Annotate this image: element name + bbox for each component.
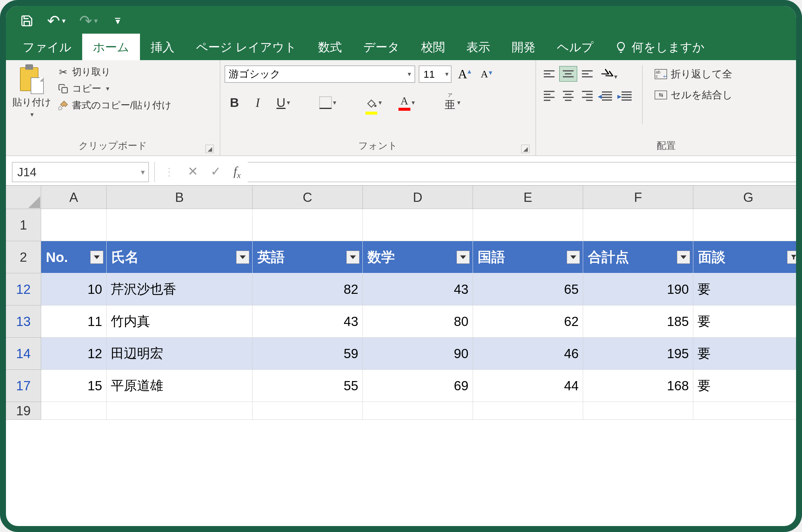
table-header-no[interactable]: No. xyxy=(41,241,107,273)
table-cell[interactable]: 要 xyxy=(693,305,802,338)
table-cell[interactable]: 46 xyxy=(473,338,583,370)
spreadsheet-grid[interactable]: A B C D E F G 1 2 No. 氏名 英語 数学 xyxy=(6,186,796,420)
font-name-combo[interactable]: 游ゴシック ▾ xyxy=(225,65,415,83)
cell-c1[interactable] xyxy=(253,209,363,241)
table-header-interview[interactable]: 面談 xyxy=(693,241,802,273)
table-cell[interactable]: 69 xyxy=(363,370,473,402)
cell[interactable] xyxy=(693,402,802,420)
table-cell[interactable]: 平原道雄 xyxy=(107,370,253,402)
decrease-font-size-button[interactable]: A▾ xyxy=(478,69,495,80)
table-cell[interactable]: 59 xyxy=(253,338,363,370)
align-center-button[interactable] xyxy=(559,88,577,103)
column-header-c[interactable]: C xyxy=(253,186,363,209)
align-middle-button[interactable] xyxy=(559,66,577,81)
enter-formula-icon[interactable]: ✓ xyxy=(210,164,221,180)
filter-button-no[interactable] xyxy=(90,251,103,264)
font-dialog-launcher-icon[interactable]: ◢ xyxy=(521,145,529,153)
underline-button[interactable]: U▾ xyxy=(271,93,295,112)
cell[interactable] xyxy=(583,402,693,420)
table-cell[interactable]: 65 xyxy=(473,273,583,305)
table-cell[interactable]: 82 xyxy=(253,273,363,305)
tab-home[interactable]: ホーム xyxy=(82,34,140,60)
row-header[interactable]: 12 xyxy=(6,273,41,305)
row-header-2[interactable]: 2 xyxy=(6,241,41,273)
table-cell[interactable]: 11 xyxy=(41,305,107,338)
table-cell[interactable]: 10 xyxy=(41,273,107,305)
cell[interactable] xyxy=(41,402,107,420)
column-header-b[interactable]: B xyxy=(107,186,253,209)
table-cell[interactable]: 田辺明宏 xyxy=(107,338,253,370)
format-painter-button[interactable]: 書式のコピー/貼り付け xyxy=(57,99,171,112)
row-header-1[interactable]: 1 xyxy=(6,209,41,241)
font-size-combo[interactable]: 11 ▾ xyxy=(419,65,451,83)
table-cell[interactable]: 185 xyxy=(583,305,693,338)
font-color-button[interactable]: A ▾ xyxy=(393,92,420,113)
tab-view[interactable]: 表示 xyxy=(456,34,501,60)
table-cell[interactable]: 要 xyxy=(693,370,802,402)
save-icon[interactable] xyxy=(15,14,39,27)
column-header-d[interactable]: D xyxy=(363,186,473,209)
filter-button-japanese[interactable] xyxy=(567,251,580,264)
cell-g1[interactable] xyxy=(693,209,802,241)
paste-button[interactable]: 貼り付け ▾ xyxy=(10,63,54,137)
table-header-english[interactable]: 英語 xyxy=(253,241,363,273)
table-header-total[interactable]: 合計点 xyxy=(583,241,693,273)
undo-button[interactable]: ↶▾ xyxy=(42,12,71,30)
row-header-19[interactable]: 19 xyxy=(6,402,41,420)
table-cell[interactable]: 芹沢沙也香 xyxy=(107,273,253,305)
table-cell[interactable]: 80 xyxy=(363,305,473,338)
cell-d1[interactable] xyxy=(363,209,473,241)
cell[interactable] xyxy=(473,402,583,420)
filter-button-interview[interactable] xyxy=(787,251,800,264)
table-cell[interactable]: 55 xyxy=(253,370,363,402)
fill-color-button[interactable]: ▾ xyxy=(360,94,387,111)
tab-insert[interactable]: 挿入 xyxy=(140,34,185,60)
orientation-button[interactable]: ≫▾ xyxy=(596,63,623,85)
name-box-dropdown-icon[interactable]: ▾ xyxy=(141,168,145,177)
bold-button[interactable]: B xyxy=(225,93,244,112)
table-cell[interactable]: 43 xyxy=(253,305,363,338)
wrap-text-button[interactable]: 折り返して全 xyxy=(655,67,733,81)
insert-function-icon[interactable]: fx xyxy=(234,164,241,180)
filter-button-english[interactable] xyxy=(346,251,359,264)
select-all-corner[interactable] xyxy=(6,186,41,209)
tab-page-layout[interactable]: ページ レイアウト xyxy=(185,34,307,60)
cell[interactable] xyxy=(253,402,363,420)
tell-me-box[interactable]: 何をしますか xyxy=(604,34,715,60)
table-cell[interactable]: 168 xyxy=(583,370,693,402)
table-cell[interactable]: 要 xyxy=(693,273,802,305)
align-top-button[interactable] xyxy=(540,66,558,81)
cell-b1[interactable] xyxy=(107,209,253,241)
table-cell[interactable]: 12 xyxy=(41,338,107,370)
cancel-formula-icon[interactable]: ✕ xyxy=(188,164,198,180)
phonetic-guide-button[interactable]: ア 亜 ▾ xyxy=(439,91,466,115)
table-cell[interactable]: 44 xyxy=(473,370,583,402)
table-header-japanese[interactable]: 国語 xyxy=(473,241,583,273)
increase-indent-button[interactable]: ▶ xyxy=(618,88,635,103)
cell[interactable] xyxy=(363,402,473,420)
increase-font-size-button[interactable]: A▴ xyxy=(455,67,474,81)
row-header[interactable]: 17 xyxy=(6,370,41,402)
table-cell[interactable]: 43 xyxy=(363,273,473,305)
row-header[interactable]: 14 xyxy=(6,338,41,370)
table-cell[interactable]: 190 xyxy=(583,273,693,305)
tab-data[interactable]: データ xyxy=(353,34,410,60)
align-left-button[interactable] xyxy=(540,88,558,103)
column-header-e[interactable]: E xyxy=(473,186,583,209)
table-resize-handle-icon[interactable] xyxy=(800,398,802,402)
row-header[interactable]: 13 xyxy=(6,305,41,338)
filter-button-name[interactable] xyxy=(236,251,249,264)
align-right-button[interactable] xyxy=(578,88,596,103)
qat-customize-icon[interactable]: ▾ xyxy=(106,18,126,24)
table-cell[interactable]: 竹内真 xyxy=(107,305,253,338)
copy-button[interactable]: コピー ▾ xyxy=(57,82,171,95)
tab-file[interactable]: ファイル xyxy=(12,34,82,60)
clipboard-dialog-launcher-icon[interactable]: ◢ xyxy=(205,145,214,153)
align-bottom-button[interactable] xyxy=(578,66,596,81)
table-cell[interactable]: 195 xyxy=(583,338,693,370)
tab-formulas[interactable]: 数式 xyxy=(307,34,353,60)
column-header-g[interactable]: G xyxy=(693,186,802,209)
cell-e1[interactable] xyxy=(473,209,583,241)
cell-f1[interactable] xyxy=(583,209,693,241)
merge-center-button[interactable]: ⇆ セルを結合し xyxy=(655,88,733,102)
